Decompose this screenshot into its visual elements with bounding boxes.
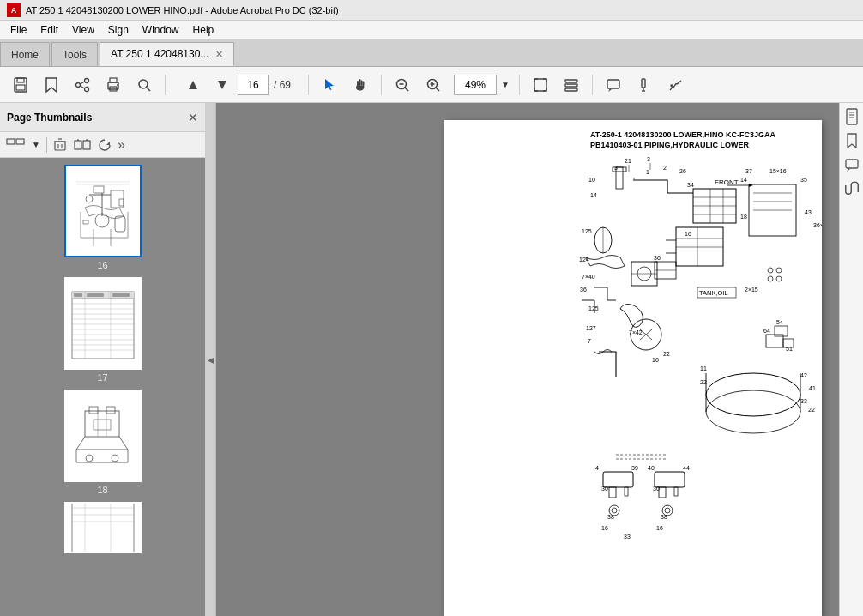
thumbnails-panel[interactable]: 16 [0,158,205,616]
svg-marker-17 [325,79,334,90]
panel-rotate-button[interactable] [95,135,114,155]
svg-text:7×40: 7×40 [582,274,595,280]
hand-tool-button[interactable] [347,71,374,99]
thumbnail-frame-19[interactable] [64,502,142,553]
svg-point-5 [76,82,81,87]
svg-text:2: 2 [663,165,667,171]
nav-panel-icon[interactable] [842,106,862,127]
sign-button[interactable] [661,71,689,99]
panel-insert-button[interactable] [71,135,94,155]
left-panel: Page Thumbnails ✕ ▼ » [0,103,206,616]
svg-rect-39 [16,139,24,144]
panel-layout-dropdown[interactable]: ▼ [29,135,43,155]
scrolling-mode-button[interactable] [558,71,585,99]
svg-line-8 [80,86,85,88]
thumbnail-17[interactable]: 17 [64,277,142,383]
thumbnail-frame-16[interactable] [64,165,142,257]
svg-rect-47 [83,141,90,149]
thumbnail-label-17: 17 [97,372,107,383]
thumbnail-18[interactable]: 18 [64,390,142,495]
svg-text:16: 16 [652,357,659,363]
svg-text:30: 30 [653,486,660,492]
zoom-out-button[interactable] [389,71,416,99]
collapse-icon: ◀ [208,355,214,365]
menu-sign[interactable]: Sign [101,22,136,38]
svg-rect-51 [68,169,138,253]
svg-text:41: 41 [809,385,816,391]
thumbnail-16[interactable]: 16 [64,165,142,270]
menu-view[interactable]: View [65,22,101,38]
page-number-input[interactable] [238,75,269,95]
bookmark-panel-icon[interactable] [842,130,862,151]
find-button[interactable] [130,71,158,99]
highlight-button[interactable] [631,71,658,99]
share-button[interactable] [69,71,96,99]
svg-point-6 [85,87,89,91]
panel-layout-button[interactable] [3,135,27,155]
tab-home[interactable]: Home [0,42,50,66]
thumbnail-frame-18[interactable] [64,390,142,482]
zoom-in-button[interactable] [419,71,447,99]
main-content: Page Thumbnails ✕ ▼ » [0,103,863,616]
cursor-tool-button[interactable] [316,71,343,99]
panel-close-button[interactable]: ✕ [188,111,198,124]
svg-text:34: 34 [687,182,694,188]
thumbnail-frame-17[interactable] [64,277,142,370]
svg-text:14: 14 [590,192,597,198]
menu-help[interactable]: Help [186,22,221,38]
tab-tools[interactable]: Tools [51,42,98,66]
svg-text:64: 64 [763,328,770,334]
tab-bar: Home Tools AT 250 1 42048130... ✕ [0,39,863,67]
svg-rect-10 [110,78,117,82]
panel-delete-button[interactable] [51,135,69,155]
svg-text:36: 36 [654,255,661,261]
menu-window[interactable]: Window [136,22,186,38]
panel-collapse-handle[interactable]: ◀ [206,103,216,616]
svg-rect-46 [75,141,81,149]
svg-text:37: 37 [745,168,752,174]
svg-text:43: 43 [805,209,812,215]
svg-rect-29 [534,79,546,91]
svg-text:3: 3 [614,165,618,171]
menu-edit[interactable]: Edit [33,22,65,38]
panel-more-button[interactable]: » [116,135,127,155]
menu-file[interactable]: File [3,22,33,38]
svg-marker-15 [189,81,197,89]
toolbar-separator-1 [165,75,166,95]
print-button[interactable] [100,71,127,99]
svg-rect-35 [642,79,645,88]
svg-text:124: 124 [579,257,589,263]
svg-point-4 [85,78,89,82]
zoom-dropdown-button[interactable]: ▼ [498,71,512,99]
tab-document[interactable]: AT 250 1 42048130... ✕ [100,42,234,66]
thumbnail-image-16 [68,169,138,253]
zoom-control: ▼ [454,71,512,99]
svg-rect-19 [361,80,363,86]
svg-rect-33 [607,80,619,88]
zoom-input[interactable] [454,75,497,95]
panel-title: Page Thumbnails [7,112,92,124]
svg-text:16: 16 [656,525,663,531]
thumbnail-label-18: 18 [97,485,107,495]
pdf-content-area[interactable]: AT-250-1 42048130200 LOWER,HINO KC-FC3JG… [216,103,839,616]
bookmark-button[interactable] [38,71,65,99]
tab-document-label: AT 250 1 42048130... [111,48,208,60]
fit-page-button[interactable] [527,71,554,99]
toolbar-separator-5 [592,75,593,95]
attachments-panel-icon[interactable] [842,178,862,199]
svg-text:125: 125 [582,228,592,234]
svg-text:39: 39 [631,465,638,471]
comment-button[interactable] [600,71,627,99]
thumbnail-19[interactable] [64,502,142,553]
prev-page-button[interactable] [179,71,207,99]
svg-text:16: 16 [685,231,691,237]
svg-text:35: 35 [800,177,807,183]
next-page-button[interactable] [208,71,236,99]
svg-text:7×42: 7×42 [629,329,643,335]
comments-panel-icon[interactable] [842,154,862,175]
save-button[interactable] [7,71,34,99]
tab-close-button[interactable]: ✕ [215,49,223,60]
svg-point-12 [117,84,118,86]
panel-toolbar: ▼ » [0,132,205,158]
svg-rect-32 [565,88,577,91]
